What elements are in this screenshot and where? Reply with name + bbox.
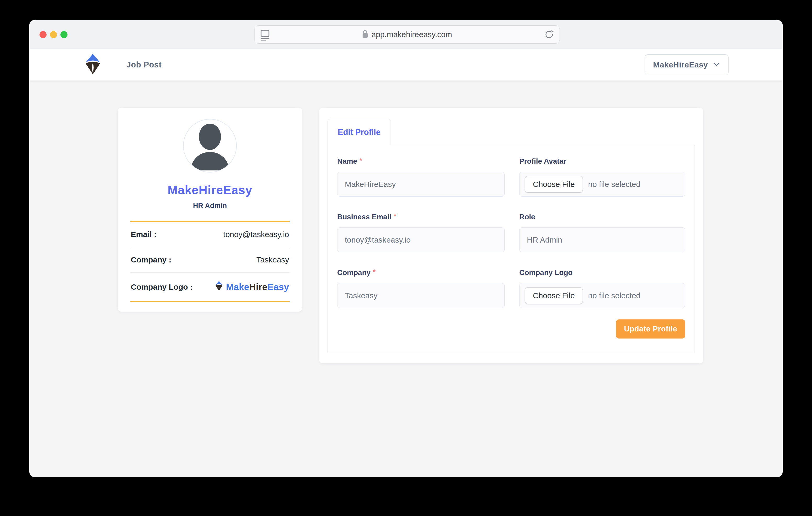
company-field-label-text: Company <box>337 269 371 277</box>
page-content: MakeHireEasy HR Admin Email : tonoy@task… <box>29 81 783 363</box>
browser-toolbar: app.makehireeasy.com <box>29 20 783 49</box>
profile-details: Email : tonoy@taskeasy.io Company : Task… <box>130 221 290 302</box>
tab-edit-profile[interactable]: Edit Profile <box>327 119 391 145</box>
email-value: tonoy@taskeasy.io <box>223 230 289 239</box>
company-logo-field-label: Company Logo <box>519 269 685 277</box>
field-company: Company * <box>337 269 504 308</box>
role-label: Role <box>519 213 685 221</box>
detail-row-company-logo: Company Logo : MakeHireEasy <box>130 273 290 301</box>
form-actions: Update Profile <box>337 320 685 338</box>
account-menu-label: MakeHireEasy <box>653 60 708 69</box>
update-profile-button[interactable]: Update Profile <box>616 320 685 338</box>
business-email-label-text: Business Email <box>337 213 392 221</box>
required-asterisk: * <box>359 157 362 164</box>
wordmark: MakeHireEasy <box>226 282 289 292</box>
lock-icon <box>362 30 368 39</box>
window-minimize-button[interactable] <box>50 31 57 38</box>
field-company-logo: Company Logo Choose File no file selecte… <box>519 269 685 308</box>
company-value: Taskeasy <box>256 255 289 264</box>
company-logo-label: Company Logo : <box>131 282 193 292</box>
company-label: Company : <box>131 255 171 264</box>
url-text: app.makehireeasy.com <box>372 30 452 39</box>
profile-avatar-label-text: Profile Avatar <box>519 157 567 165</box>
chevron-down-icon <box>713 62 720 67</box>
profile-role: HR Admin <box>193 202 227 210</box>
company-logo-file-input[interactable]: Choose File no file selected <box>519 283 685 308</box>
app-navbar: Job Post MakeHireEasy <box>29 49 783 81</box>
wordmark-easy: Easy <box>267 282 289 292</box>
company-logo-field-label-text: Company Logo <box>519 269 573 277</box>
name-label: Name * <box>337 157 504 165</box>
profile-avatar-label: Profile Avatar <box>519 157 685 165</box>
email-label: Email : <box>131 230 156 239</box>
profile-name: MakeHireEasy <box>168 183 253 197</box>
profile-avatar-choose-file-button[interactable]: Choose File <box>525 176 583 193</box>
field-profile-avatar: Profile Avatar Choose File no file selec… <box>519 157 685 196</box>
wordmark-hire: Hire <box>249 282 267 292</box>
makehireeasy-logo-icon[interactable] <box>85 53 101 76</box>
required-asterisk: * <box>373 269 376 275</box>
business-email-label: Business Email * <box>337 213 504 221</box>
name-label-text: Name <box>337 157 357 165</box>
makehireeasy-diamond-icon <box>215 281 223 293</box>
page-format-icon[interactable] <box>260 30 270 41</box>
role-input[interactable] <box>519 227 685 252</box>
wordmark-make: Make <box>226 282 249 292</box>
account-menu-button[interactable]: MakeHireEasy <box>645 54 729 75</box>
window-zoom-button[interactable] <box>60 31 67 38</box>
company-field-label: Company * <box>337 269 504 277</box>
avatar <box>183 119 237 173</box>
address-bar[interactable]: app.makehireeasy.com <box>254 25 560 44</box>
company-input[interactable] <box>337 283 504 308</box>
edit-profile-form: Name * Profile Avatar Choose File no fil… <box>327 145 695 353</box>
company-logo-choose-file-button[interactable]: Choose File <box>525 287 583 304</box>
role-label-text: Role <box>519 213 535 221</box>
business-email-input[interactable] <box>337 227 504 252</box>
edit-profile-card: Edit Profile Name * Profile Avatar <box>319 108 703 363</box>
profile-avatar-file-input[interactable]: Choose File no file selected <box>519 172 685 196</box>
nav-item-job-post[interactable]: Job Post <box>126 60 162 69</box>
profile-summary-card: MakeHireEasy HR Admin Email : tonoy@task… <box>118 108 302 311</box>
browser-window: app.makehireeasy.com Job Post MakeHireEa… <box>29 20 783 477</box>
name-input[interactable] <box>337 172 504 196</box>
company-logo-image: MakeHireEasy <box>215 281 289 293</box>
field-business-email: Business Email * <box>337 213 504 252</box>
window-close-button[interactable] <box>39 31 47 38</box>
company-logo-file-status: no file selected <box>588 291 640 300</box>
detail-row-email: Email : tonoy@taskeasy.io <box>130 222 290 247</box>
detail-row-company: Company : Taskeasy <box>130 247 290 273</box>
reload-icon[interactable] <box>544 29 554 41</box>
field-role: Role <box>519 213 685 252</box>
field-name: Name * <box>337 157 504 196</box>
required-asterisk: * <box>394 213 396 219</box>
profile-avatar-file-status: no file selected <box>588 180 640 189</box>
